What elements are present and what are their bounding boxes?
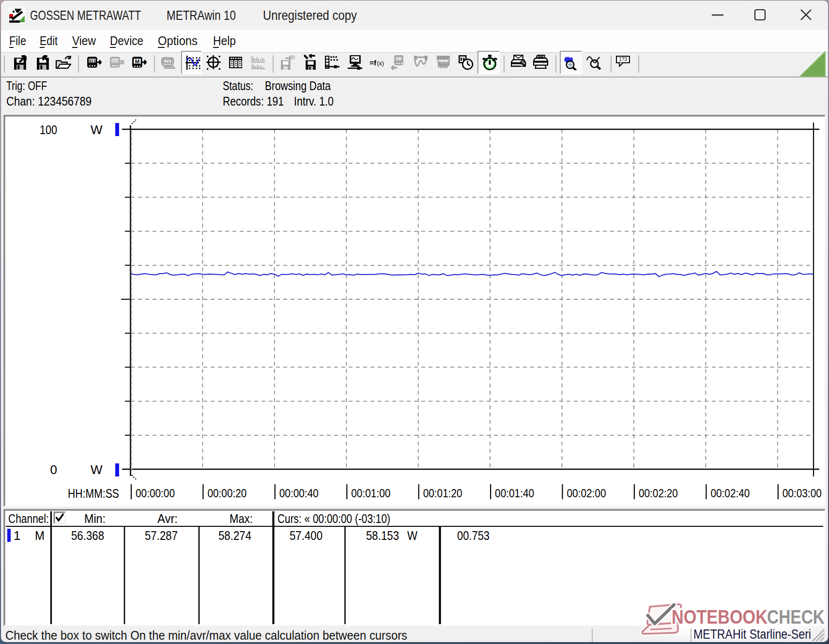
svg-text:HH:MM:SS: HH:MM:SS [68,486,119,501]
svg-text:Status:: Status: [223,78,253,93]
svg-text:NOTEBOOK: NOTEBOOK [672,606,768,628]
svg-text:1: 1 [14,528,20,543]
svg-text:Max:: Max: [230,511,253,526]
svg-text:57.400: 57.400 [290,528,322,543]
svg-text:57.287: 57.287 [145,528,178,543]
svg-text:00:00:00: 00:00:00 [136,487,175,500]
svg-text:00:00:40: 00:00:40 [279,487,319,500]
svg-text:1?3: 1?3 [619,57,627,62]
svg-text:00:01:00: 00:01:00 [351,487,390,500]
svg-text:METRAwin 10: METRAwin 10 [167,8,236,23]
svg-text:Check the box to switch On the: Check the box to switch On the min/avr/m… [5,629,407,642]
svg-text:00:00:20: 00:00:20 [207,487,246,500]
svg-text:Trig: OFF: Trig: OFF [6,78,47,93]
svg-text:Avr:: Avr: [157,511,178,526]
svg-text:Edit: Edit [40,33,58,48]
svg-text:00:02:40: 00:02:40 [710,487,750,500]
svg-text:Intrv. 1.0: Intrv. 1.0 [294,94,334,108]
svg-text:00:02:00: 00:02:00 [567,487,606,500]
svg-text:Browsing Data: Browsing Data [265,78,331,93]
svg-text:Device: Device [110,33,143,48]
svg-text:M: M [135,59,139,64]
svg-text:321: 321 [396,56,402,61]
svg-text:00.753: 00.753 [457,528,490,543]
svg-text:Min:: Min: [84,511,106,526]
svg-text:W: W [91,123,103,137]
svg-text:100: 100 [40,123,57,137]
svg-text:CHECK: CHECK [767,606,825,628]
svg-text:=f: =f [369,59,377,67]
svg-text:Chan: 123456789: Chan: 123456789 [6,94,92,108]
svg-text:Curs: « 00:00:00 (-03:10): Curs: « 00:00:00 (-03:10) [277,511,390,526]
svg-text:1257: 1257 [163,59,173,64]
svg-text:W: W [407,528,417,543]
svg-text:Channel:: Channel: [8,511,49,526]
svg-text:METRAHit Starline-Seri: METRAHit Starline-Seri [693,627,811,642]
svg-text:00:03:00: 00:03:00 [783,487,822,500]
svg-text:W: W [91,462,103,477]
svg-text:GOSSEN METRAWATT: GOSSEN METRAWATT [30,8,141,23]
svg-text:58.274: 58.274 [218,528,251,543]
svg-text:Records: 191: Records: 191 [223,94,284,108]
svg-text:View: View [72,33,96,48]
svg-text:File: File [9,33,26,48]
svg-text:321: 321 [89,59,96,63]
svg-text:Options: Options [158,33,198,48]
svg-text:Unregistered copy: Unregistered copy [263,8,357,23]
svg-text:58.153: 58.153 [366,528,399,543]
svg-text:00:01:20: 00:01:20 [423,487,462,500]
svg-text:0: 0 [50,462,57,477]
svg-text:M: M [35,528,45,543]
svg-text:00:02:20: 00:02:20 [639,487,678,500]
svg-text:(x): (x) [377,60,384,67]
svg-text:320: 320 [111,59,119,63]
svg-text:56.368: 56.368 [71,528,104,543]
svg-text:00:01:40: 00:01:40 [495,487,534,500]
svg-text:Help: Help [213,33,236,48]
